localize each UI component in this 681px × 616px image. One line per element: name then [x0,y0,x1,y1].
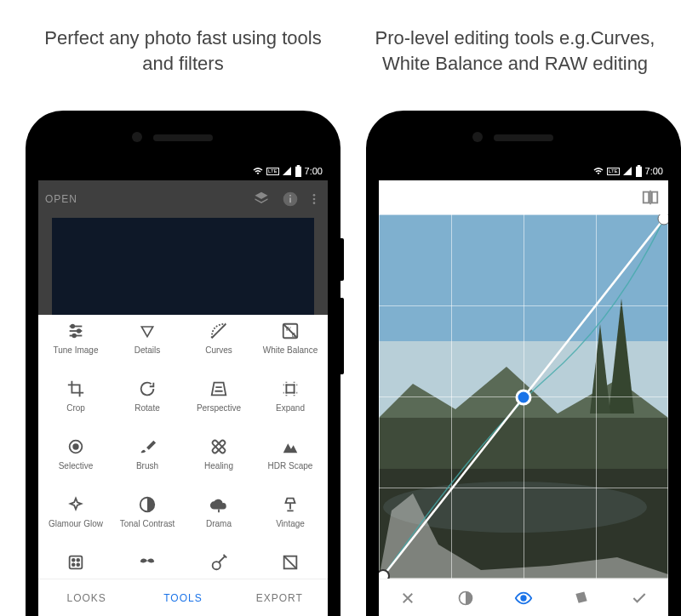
svg-point-17 [73,444,78,449]
battery-icon [295,165,302,177]
tool-label: Curves [205,345,232,355]
tool-rotate[interactable]: Rotate [112,379,183,437]
tool-label: Tune Image [54,345,99,355]
tool-label: Tonal Contrast [120,519,175,528]
svg-point-25 [72,563,75,566]
layers-icon[interactable] [253,191,270,208]
tool-mustache[interactable] [112,553,183,579]
curves-bottom-bar [379,579,668,616]
phone-frame-right: LTE 7:00 [366,111,681,616]
curves-viewport[interactable] [379,214,668,579]
triangle-down-icon [138,322,157,340]
curves-overlay[interactable] [379,214,668,580]
tool-hdr-scape[interactable]: HDR Scape [255,437,326,495]
sliders-icon [66,322,85,340]
tool-label: Healing [204,461,233,471]
tool-glamour-glow[interactable]: Glamour Glow [40,495,112,553]
mountains-icon [281,437,300,456]
cloud-icon [209,495,228,514]
compare-icon[interactable] [641,188,660,207]
tool-label: Drama [206,519,232,528]
network-label: LTE [266,168,279,175]
svg-point-10 [77,329,81,333]
channel-card-icon[interactable] [552,590,610,607]
svg-point-26 [77,563,79,566]
tool-label: Crop [66,403,85,413]
perspective-icon [209,379,228,398]
status-time: 7:00 [305,166,323,176]
svg-point-5 [313,202,316,204]
tool-drama[interactable]: Drama [183,495,255,553]
svg-rect-30 [652,192,657,203]
svg-point-3 [313,194,316,197]
tool-label: Selective [59,461,94,471]
tab-export[interactable]: EXPORT [232,579,328,616]
svg-rect-22 [70,556,83,569]
tool-tune-image[interactable]: Tune Image [40,322,112,379]
tool-label: White Balance [263,345,318,355]
svg-rect-2 [289,195,291,197]
status-bar: LTE 7:00 [379,162,668,180]
phone-frame-left: LTE 7:00 OPEN Tune ImageDetailsCurvesWBW… [26,111,340,616]
apply-button[interactable] [610,590,668,607]
svg-text:W: W [286,326,292,332]
svg-rect-29 [644,192,649,203]
tool-square-a[interactable] [255,553,326,579]
tool-details[interactable]: Details [112,322,183,379]
lamp-icon [281,495,300,514]
caption-right: Pro-level editing tools e.g.Curves, Whit… [366,26,664,76]
svg-point-24 [77,559,79,562]
rotate-icon [138,379,157,398]
svg-point-39 [521,596,526,601]
curves-toolbar [379,180,668,214]
battery-icon [635,165,643,177]
bottom-tabs: LOOKS TOOLS EXPORT [38,579,328,616]
tool-curves[interactable]: Curves [183,322,255,379]
curve-point-highlight [658,214,668,225]
tools-panel: Tune ImageDetailsCurvesWBWhite BalanceCr… [38,315,328,579]
channel-luminance-icon[interactable] [437,590,495,607]
tool-label: Details [134,345,161,355]
tab-looks[interactable]: LOOKS [38,579,134,616]
expand-icon [281,379,300,398]
tool-healing[interactable]: Healing [183,437,255,495]
overflow-icon[interactable] [307,191,321,208]
dice-icon [66,553,85,572]
wb-icon: WB [281,322,300,340]
svg-point-23 [72,559,75,562]
svg-point-11 [72,334,76,338]
svg-text:B: B [292,332,295,338]
tool-guitar[interactable] [183,553,255,579]
tool-tonal-contrast[interactable]: Tonal Contrast [112,495,183,553]
tool-perspective[interactable]: Perspective [183,379,255,437]
tool-crop[interactable]: Crop [40,379,112,437]
open-button[interactable]: OPEN [45,193,77,205]
tool-label: Rotate [134,403,159,413]
status-time: 7:00 [645,166,663,176]
mustache-icon [138,553,157,572]
tool-white-balance[interactable]: WBWhite Balance [255,322,326,379]
tool-label: Brush [136,461,158,471]
tool-vintage[interactable]: Vintage [255,495,326,553]
tool-dice[interactable] [40,553,112,579]
tool-expand[interactable]: Expand [255,379,326,437]
tab-tools[interactable]: TOOLS [134,579,231,616]
tool-label: Glamour Glow [49,519,103,528]
tool-selective[interactable]: Selective [40,437,112,495]
tool-brush[interactable]: Brush [112,437,183,495]
dimmed-background: OPEN [38,180,328,315]
caption-left: Perfect any photo fast using tools and f… [34,26,332,76]
network-label: LTE [607,168,620,175]
channel-eye-icon[interactable] [495,589,552,607]
svg-point-9 [72,325,75,328]
wifi-icon [252,166,264,176]
svg-rect-1 [289,197,291,202]
cell-icon [622,166,632,176]
target-icon [66,437,85,456]
tool-label: HDR Scape [268,461,313,471]
tool-label: Expand [276,403,305,413]
guitar-icon [209,553,228,572]
close-button[interactable] [379,590,437,606]
info-icon[interactable] [282,191,299,208]
tool-label: Perspective [197,403,241,413]
